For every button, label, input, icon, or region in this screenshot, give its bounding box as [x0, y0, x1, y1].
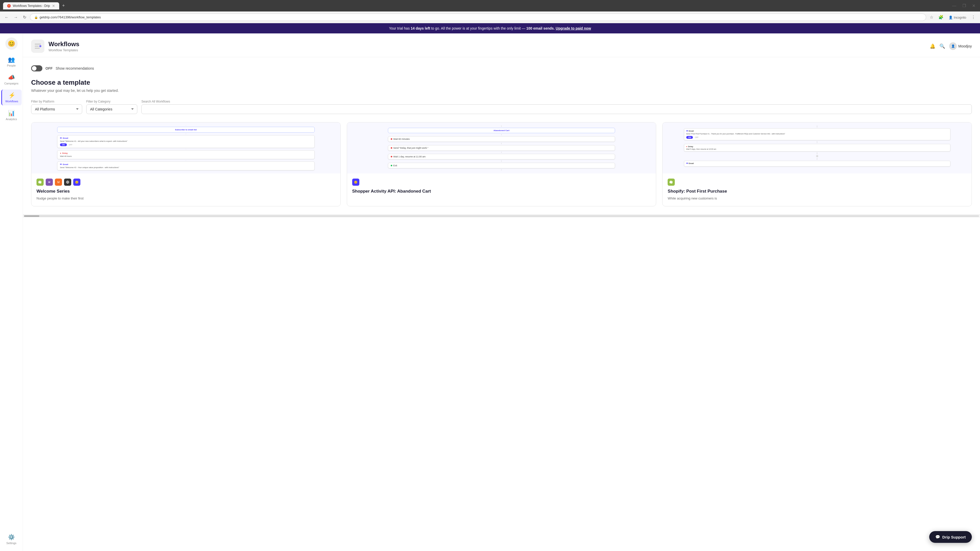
- page-title: Workflows: [48, 41, 80, 48]
- ssl-icon: 🔒: [34, 16, 38, 19]
- card-platforms-shopify: [668, 179, 966, 186]
- url-text: getdrip.com/7641396/workflow_templates: [40, 15, 101, 19]
- delay-icon: ●: [60, 152, 61, 154]
- page-subtitle: Workflow Templates: [48, 48, 80, 52]
- notifications-button[interactable]: 🔔: [930, 43, 935, 49]
- sh-email-2: ✉ Email: [684, 161, 950, 167]
- sd-1day: Wait 1 day, resume at 11:00 am: [388, 154, 615, 159]
- card-description-welcome: Nudge people to make their first: [37, 196, 335, 201]
- category-filter-label: Filter by Category: [86, 100, 137, 103]
- sidebar-item-settings[interactable]: ⚙️ Settings: [1, 531, 22, 547]
- address-bar[interactable]: 🔒 getdrip.com/7641396/workflow_templates: [30, 14, 926, 21]
- wf-delay-node: ● Delay Wait 48 hours: [57, 150, 315, 159]
- sidebar-workflows-label: Workflows: [5, 100, 18, 103]
- active-tab[interactable]: ⚡ Workflows Templates - Drip ✕: [3, 2, 59, 10]
- wf-email-node-1: ✉ Email Send "Welcome #1 - tell your new…: [57, 135, 315, 148]
- card-preview-shopify: ✉ Email Send "Post First Purchase #1 - T…: [662, 122, 972, 173]
- back-button[interactable]: ←: [3, 14, 10, 21]
- search-input[interactable]: [142, 104, 972, 114]
- card-body-shopper: 😊 Shopper Activity API: Abandoned Cart: [347, 173, 656, 201]
- card-shopify-post-purchase[interactable]: ✉ Email Send "Post First Purchase #1 - T…: [662, 122, 972, 206]
- sidebar-people-label: People: [7, 64, 16, 67]
- magento-platform-icon: M: [55, 179, 62, 186]
- tab-favicon: ⚡: [7, 4, 11, 8]
- section-title: Choose a template: [31, 79, 972, 86]
- minimize-button[interactable]: —: [951, 3, 958, 9]
- forward-button[interactable]: →: [12, 14, 19, 21]
- toggle-slider: [31, 65, 42, 71]
- header-actions: 🔔 🔍 👤 Moodjoy: [930, 42, 972, 50]
- incognito-icon[interactable]: 👤 Incognito: [947, 14, 968, 21]
- card-shopper-activity[interactable]: Abandoned Cart Wait 60 minutes Send "Del…: [347, 122, 656, 206]
- reload-button[interactable]: ↻: [21, 14, 28, 21]
- trial-text-before: Your trial has: [389, 26, 410, 30]
- toggle-description: Show recommendations: [56, 66, 94, 70]
- svg-rect-0: [35, 44, 41, 44]
- user-menu[interactable]: 👤 Moodjoy: [949, 42, 972, 50]
- recommendations-toggle[interactable]: [31, 65, 42, 71]
- wf-email-1-text: Send "Welcome #1 - tell your new subscri…: [60, 140, 312, 142]
- email-icon-1: ✉: [60, 137, 62, 139]
- menu-button[interactable]: ⋮: [970, 14, 977, 21]
- search-button[interactable]: 🔍: [939, 43, 945, 49]
- app-layout: 😊 👥 People 📣 Campaigns ⚡ Workflows 📊 Ana…: [0, 33, 980, 551]
- sd-exit: Exit: [388, 163, 615, 168]
- sh-email-1-text: Send "Post First Purchase #1 - Thank you…: [686, 133, 948, 135]
- category-filter-group: Filter by Category All Categories Welcom…: [86, 100, 137, 114]
- wf-email-node-2: ✉ Email Send "Welcome #2 - Your unique v…: [57, 162, 315, 170]
- sh-email-1: ✉ Email Send "Post First Purchase #1 - T…: [684, 128, 950, 140]
- card-welcome-series[interactable]: Subscribe to email list ✉ Email Send "We…: [31, 122, 341, 206]
- cards-grid: Subscribe to email list ✉ Email Send "We…: [31, 122, 972, 206]
- analytics-icon: 📊: [8, 110, 15, 117]
- upgrade-link[interactable]: Upgrade to paid now: [555, 26, 591, 30]
- extension-icon[interactable]: 🧩: [937, 14, 945, 21]
- shopify-svg-3: [670, 180, 673, 184]
- svg-rect-1: [35, 46, 39, 47]
- drip-platform-icon-2: 😊: [352, 179, 360, 186]
- sh-email-1-header: ✉ Email: [686, 130, 948, 132]
- tab-close-button[interactable]: ✕: [52, 4, 55, 8]
- svg-point-3: [39, 45, 41, 47]
- wf-delay-header: ● Delay: [60, 152, 312, 154]
- sidebar-item-workflows[interactable]: ⚡ Workflows: [1, 89, 22, 105]
- category-filter-select[interactable]: All Categories Welcome Abandoned Cart Po…: [86, 104, 137, 114]
- sidebar-item-analytics[interactable]: 📊 Analytics: [1, 107, 22, 123]
- sidebar-campaigns-label: Campaigns: [4, 82, 19, 85]
- bookmark-icon[interactable]: ☆: [928, 14, 935, 21]
- horizontal-scrollbar[interactable]: [23, 214, 980, 218]
- filters-row: Filter by Platform All Platforms Shopify…: [31, 100, 972, 114]
- card-description-shopify: While acquiring new customers is: [668, 196, 966, 201]
- scrollbar-thumb[interactable]: [24, 215, 39, 217]
- sidebar-item-people[interactable]: 👥 People: [1, 54, 22, 70]
- new-tab-button[interactable]: +: [60, 2, 67, 10]
- wf-top-connector: [186, 125, 186, 126]
- svg-rect-2: [35, 48, 40, 49]
- page-header: Workflows Workflow Templates 🔔 🔍 👤 Moodj…: [23, 33, 980, 57]
- wf-email-1-header: ✉ Email: [60, 137, 312, 139]
- custom-svg: [66, 181, 69, 184]
- section-subtitle: Whatever your goal may be, let us help y…: [31, 89, 972, 93]
- sh-delay-text: Wait 5 days, then resume at 10:00 am: [686, 148, 948, 150]
- platform-filter-select[interactable]: All Platforms Shopify WooCommerce Magent…: [31, 104, 82, 114]
- platform-filter-group: Filter by Platform All Platforms Shopify…: [31, 100, 82, 114]
- woo-platform-icon: W: [46, 179, 53, 186]
- sh-delay-header: ● Delay: [686, 145, 948, 148]
- drip-support-button[interactable]: 💬 Drip Support: [929, 531, 972, 543]
- header-icon: [31, 40, 45, 53]
- sd-delay-today: Send "Delay, that just might work.": [388, 145, 615, 151]
- maximize-button[interactable]: ❐: [961, 2, 967, 9]
- wf-trigger-node: Subscribe to email list: [57, 127, 315, 133]
- trial-text-middle: to go. All the power is at your fingerti…: [431, 26, 526, 30]
- sh-top-line: [817, 125, 817, 127]
- close-window-button[interactable]: ✕: [970, 2, 977, 9]
- trial-days: 14 days left: [410, 26, 430, 30]
- sidebar-item-campaigns[interactable]: 📣 Campaigns: [1, 72, 22, 87]
- wf-email-1-toggle: ON OFF: [60, 143, 312, 146]
- settings-icon: ⚙️: [8, 534, 15, 540]
- sh-connector-3: [817, 158, 817, 160]
- search-label: Search All Workflows: [142, 100, 972, 103]
- trial-limit: 100 email sends.: [526, 26, 555, 30]
- sidebar-logo[interactable]: 😊: [5, 38, 18, 50]
- workflows-header-icon: [34, 42, 42, 50]
- logo-icon: 😊: [8, 40, 15, 47]
